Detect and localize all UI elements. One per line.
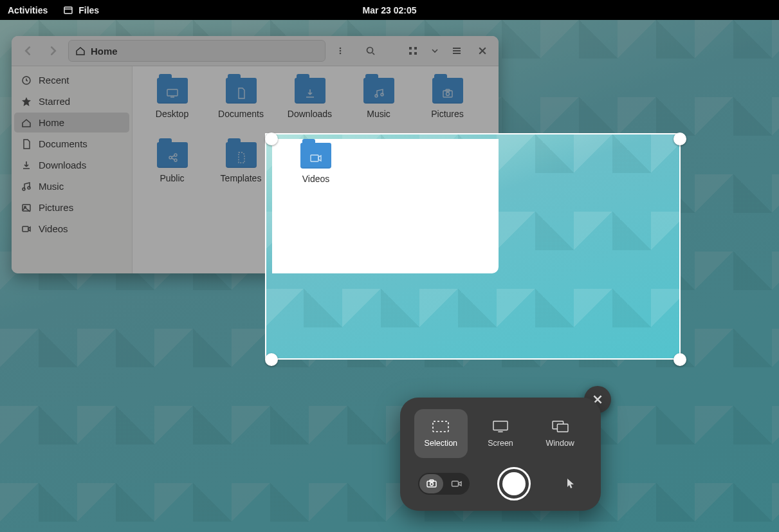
sidebar-item-label: Documents bbox=[39, 138, 87, 149]
view-grid-button[interactable] bbox=[402, 40, 424, 62]
svg-point-1 bbox=[340, 48, 342, 50]
nav-forward-button[interactable] bbox=[42, 40, 64, 62]
svg-rect-6 bbox=[414, 47, 417, 50]
sidebar-item-documents[interactable]: Documents bbox=[14, 134, 129, 154]
shutter-button[interactable] bbox=[497, 467, 531, 500]
sidebar-item-starred[interactable]: Starred bbox=[14, 91, 129, 111]
folder-icon bbox=[226, 78, 257, 104]
selection-handle-br[interactable] bbox=[674, 353, 686, 366]
sidebar-item-music[interactable]: Music bbox=[14, 176, 129, 196]
folder-icon bbox=[157, 142, 188, 168]
sidebar-item-videos[interactable]: Videos bbox=[14, 219, 129, 239]
folder-music[interactable]: Music bbox=[344, 78, 413, 142]
sidebar-item-recent[interactable]: Recent bbox=[14, 70, 129, 90]
svg-rect-15 bbox=[167, 89, 178, 96]
svg-point-31 bbox=[430, 482, 433, 486]
folder-downloads[interactable]: Downloads bbox=[275, 78, 344, 142]
mode-label: Selection bbox=[425, 439, 457, 448]
svg-point-2 bbox=[340, 50, 342, 52]
folder-icon bbox=[226, 142, 257, 168]
mode-selection-button[interactable]: Selection bbox=[414, 409, 468, 458]
folder-icon bbox=[363, 78, 394, 104]
svg-point-10 bbox=[23, 188, 25, 190]
nav-back-button[interactable] bbox=[17, 40, 39, 62]
folder-public[interactable]: Public bbox=[138, 142, 206, 206]
svg-rect-5 bbox=[409, 47, 412, 50]
screenshot-panel: Selection Screen Window bbox=[400, 398, 601, 511]
folder-documents[interactable]: Documents bbox=[206, 78, 275, 142]
svg-rect-29 bbox=[557, 424, 568, 432]
selection-handle-tr[interactable] bbox=[674, 133, 686, 145]
svg-point-4 bbox=[367, 48, 373, 53]
mode-window-button[interactable]: Window bbox=[533, 409, 587, 458]
music-icon bbox=[21, 181, 32, 192]
current-app-indicator[interactable]: Files bbox=[63, 5, 99, 15]
svg-point-21 bbox=[169, 156, 172, 159]
clock[interactable]: Mar 23 02:05 bbox=[362, 5, 416, 15]
svg-rect-27 bbox=[493, 421, 508, 430]
top-bar: Activities Files Mar 23 02:05 bbox=[0, 0, 779, 20]
svg-point-17 bbox=[381, 93, 383, 96]
path-label: Home bbox=[91, 46, 118, 57]
capture-photo-button[interactable] bbox=[419, 474, 443, 493]
capture-type-toggle[interactable] bbox=[418, 473, 470, 495]
selection-handle-bl[interactable] bbox=[265, 353, 278, 366]
sidebar-item-label: Videos bbox=[39, 223, 68, 234]
svg-point-16 bbox=[375, 95, 378, 97]
folder-label: Pictures bbox=[431, 109, 464, 119]
selection-handle-tl[interactable] bbox=[265, 133, 278, 145]
svg-rect-12 bbox=[23, 205, 30, 211]
picture-icon bbox=[21, 203, 32, 213]
sidebar-item-label: Downloads bbox=[39, 160, 86, 170]
folder-icon bbox=[295, 78, 325, 104]
sidebar-item-home[interactable]: Home bbox=[14, 113, 129, 133]
activities-button[interactable]: Activities bbox=[8, 5, 48, 15]
files-titlebar: Home bbox=[12, 36, 499, 66]
download-icon bbox=[21, 160, 32, 170]
view-dropdown-button[interactable] bbox=[428, 40, 442, 62]
clock-icon bbox=[21, 75, 32, 86]
svg-point-22 bbox=[174, 154, 177, 156]
path-bar[interactable]: Home bbox=[68, 40, 325, 62]
mode-label: Screen bbox=[488, 439, 513, 448]
mode-label: Window bbox=[545, 439, 574, 448]
mode-screen-button[interactable]: Screen bbox=[474, 409, 527, 458]
folder-label: Documents bbox=[218, 109, 264, 119]
show-pointer-button[interactable] bbox=[558, 473, 583, 495]
shutter-inner bbox=[502, 472, 526, 495]
svg-rect-7 bbox=[409, 52, 412, 55]
folder-label: Templates bbox=[221, 173, 262, 183]
files-sidebar: Recent Starred Home Documents Downloads … bbox=[12, 66, 133, 273]
folder-icon bbox=[432, 78, 463, 104]
path-more-button[interactable] bbox=[329, 40, 351, 62]
svg-rect-14 bbox=[23, 226, 28, 232]
folder-pictures[interactable]: Pictures bbox=[413, 78, 482, 142]
svg-point-19 bbox=[446, 93, 449, 96]
folder-label: Public bbox=[160, 173, 184, 183]
folder-label: Desktop bbox=[156, 109, 188, 119]
svg-point-11 bbox=[28, 187, 30, 189]
files-app-icon bbox=[63, 5, 73, 15]
screenshot-selection-rect[interactable] bbox=[265, 133, 681, 360]
folder-icon bbox=[157, 78, 188, 104]
capture-video-button[interactable] bbox=[444, 474, 468, 493]
hamburger-menu-button[interactable] bbox=[446, 40, 468, 62]
folder-desktop[interactable]: Desktop bbox=[138, 78, 206, 142]
window-close-button[interactable] bbox=[472, 40, 493, 62]
star-icon bbox=[21, 96, 32, 107]
home-icon bbox=[75, 46, 86, 56]
video-icon bbox=[21, 224, 32, 234]
svg-rect-26 bbox=[433, 421, 448, 432]
svg-rect-8 bbox=[414, 52, 417, 55]
svg-rect-0 bbox=[64, 7, 72, 14]
home-icon bbox=[21, 118, 32, 128]
folder-label: Downloads bbox=[288, 109, 332, 119]
search-button[interactable] bbox=[360, 40, 381, 62]
sidebar-item-pictures[interactable]: Pictures bbox=[14, 197, 129, 217]
svg-rect-33 bbox=[452, 481, 458, 486]
sidebar-item-label: Recent bbox=[39, 75, 69, 86]
current-app-label: Files bbox=[78, 5, 99, 15]
sidebar-item-downloads[interactable]: Downloads bbox=[14, 155, 129, 175]
svg-point-23 bbox=[174, 159, 177, 161]
folder-label: Music bbox=[367, 109, 390, 119]
